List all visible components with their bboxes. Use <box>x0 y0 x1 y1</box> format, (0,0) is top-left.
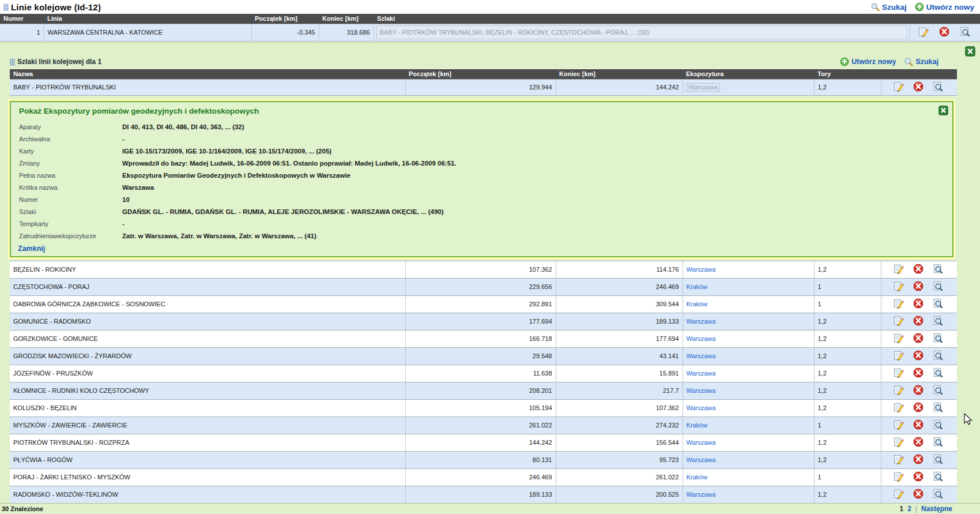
red-x-icon <box>913 454 924 464</box>
sub-create-new-link[interactable]: Utwórz nowy <box>840 57 896 66</box>
ekspozytura-link[interactable]: Kraków <box>687 422 708 429</box>
delete-button[interactable] <box>913 367 925 379</box>
edit-button[interactable] <box>894 419 905 431</box>
edit-button[interactable] <box>894 316 905 327</box>
ekspozytura-link[interactable]: Warszawa <box>687 352 716 359</box>
red-x-icon <box>913 385 924 395</box>
ekspozytura-link[interactable]: Warszawa <box>687 335 716 342</box>
field-label: Archiwalna <box>19 136 122 142</box>
ekspozytura-link[interactable]: Warszawa <box>687 404 716 411</box>
delete-button[interactable] <box>913 471 925 483</box>
view-button[interactable] <box>933 264 944 275</box>
ekspozytura-link[interactable]: Warszawa <box>687 387 716 394</box>
row-actions <box>881 451 957 468</box>
red-x-icon <box>913 281 924 291</box>
edit-button[interactable] <box>894 264 905 275</box>
view-button[interactable] <box>933 298 944 310</box>
line-row: 1 WARSZAWA CENTRALNA - KATOWICE -0.345 3… <box>0 24 980 41</box>
delete-button[interactable] <box>913 316 925 327</box>
ekspozytura-link[interactable]: Kraków <box>687 283 708 290</box>
delete-button[interactable] <box>913 419 925 431</box>
ekspozytura-link[interactable]: Warszawa <box>687 439 716 446</box>
sub-search-link[interactable]: Szukaj <box>904 57 938 66</box>
create-new-link-label: Utwórz nowy <box>926 3 974 12</box>
delete-button[interactable] <box>913 81 925 93</box>
start-km: 80.131 <box>405 451 556 468</box>
col-actions <box>881 69 957 79</box>
ekspozytura-link[interactable]: Kraków <box>687 474 708 481</box>
edit-button[interactable] <box>894 298 905 310</box>
edit-button[interactable] <box>918 27 930 38</box>
view-button[interactable] <box>933 316 944 327</box>
delete-button[interactable] <box>913 350 925 362</box>
field-value: GDAŃSK GL. - RUMIA, GDAŃSK GL. - RUMIA, … <box>122 208 945 215</box>
pencil-icon <box>894 402 904 412</box>
edit-button[interactable] <box>894 489 905 500</box>
ekspozytura-link[interactable]: Warszawa <box>687 456 716 463</box>
view-button[interactable] <box>933 350 944 362</box>
edit-button[interactable] <box>894 471 905 483</box>
ekspozytura-link[interactable]: Warszawa <box>687 370 716 377</box>
delete-button[interactable] <box>913 264 925 275</box>
ekspozytura-link[interactable]: Kraków <box>687 301 708 307</box>
panel-close-button[interactable] <box>938 106 949 116</box>
view-magnifier-icon <box>933 471 943 482</box>
view-button[interactable] <box>933 367 944 379</box>
view-button[interactable] <box>933 402 944 414</box>
view-button[interactable] <box>933 81 944 93</box>
line-actions <box>910 24 980 41</box>
row-actions <box>881 79 957 95</box>
szlak-name: GOMUNICE - RADOMSKO <box>10 313 405 330</box>
tory-value: 1 <box>814 468 881 486</box>
search-link[interactable]: Szukaj <box>870 2 907 12</box>
delete-button[interactable] <box>913 333 925 344</box>
edit-button[interactable] <box>894 437 905 448</box>
page-2-link[interactable]: 2 <box>907 505 911 513</box>
delete-button[interactable] <box>913 281 925 292</box>
view-button[interactable] <box>933 471 944 483</box>
edit-button[interactable] <box>894 367 905 379</box>
pencil-icon <box>918 27 929 37</box>
ekspozytura-link[interactable]: Warszawa <box>687 318 716 325</box>
edit-button[interactable] <box>894 402 905 414</box>
tory-value: 1,2 <box>814 382 881 399</box>
next-page-link[interactable]: Następne <box>921 505 952 513</box>
delete-button[interactable] <box>913 489 925 500</box>
table-row: MYSZKÓW - ZAWIERCIE - ZAWIERCIE 261.022 … <box>10 417 957 434</box>
delete-button[interactable] <box>913 298 925 310</box>
view-button[interactable] <box>933 385 944 396</box>
edit-button[interactable] <box>894 350 905 362</box>
delete-button[interactable] <box>913 402 925 414</box>
zamknij-link[interactable]: Zamknij <box>18 245 45 253</box>
section-close-button[interactable] <box>965 46 975 57</box>
view-button[interactable] <box>933 281 944 292</box>
start-km: 166.718 <box>405 330 556 347</box>
view-button[interactable] <box>933 333 944 344</box>
view-button[interactable] <box>933 419 944 431</box>
edit-button[interactable] <box>894 385 905 396</box>
view-button[interactable] <box>933 489 944 500</box>
delete-button[interactable] <box>939 27 951 38</box>
create-new-link[interactable]: Utwórz nowy <box>915 2 974 12</box>
szlaki-section: Szlaki linii kolejowej dla 1 Utwórz nowy… <box>0 42 980 514</box>
ekspozytura-link[interactable]: Warszawa <box>687 266 716 273</box>
end-km: 261.022 <box>556 468 683 486</box>
view-button[interactable] <box>933 454 944 466</box>
edit-button[interactable] <box>894 454 905 466</box>
edit-button[interactable] <box>894 281 905 292</box>
szlak-name: GRODZISK MAZOWIECKI - ŻYRARDÓW <box>10 347 405 365</box>
delete-button[interactable] <box>913 437 925 448</box>
ekspozytura-link[interactable]: Warszawa <box>687 491 716 498</box>
szlaki-table: Nazwa Początek [km] Koniec [km] Ekspozyt… <box>10 69 957 96</box>
col-linia: Linia <box>44 14 251 24</box>
view-button[interactable] <box>933 437 944 448</box>
delete-button[interactable] <box>913 385 925 396</box>
delete-button[interactable] <box>913 454 925 466</box>
edit-button[interactable] <box>894 333 905 344</box>
pager-separator: | <box>915 505 917 513</box>
pencil-icon <box>894 333 904 343</box>
ekspozytura-link-focused[interactable]: Warszawa <box>687 83 721 92</box>
view-button[interactable] <box>960 27 971 38</box>
edit-button[interactable] <box>894 81 905 93</box>
table-row: GOMUNICE - RADOMSKO 177.694 189.133 Wars… <box>10 313 957 330</box>
